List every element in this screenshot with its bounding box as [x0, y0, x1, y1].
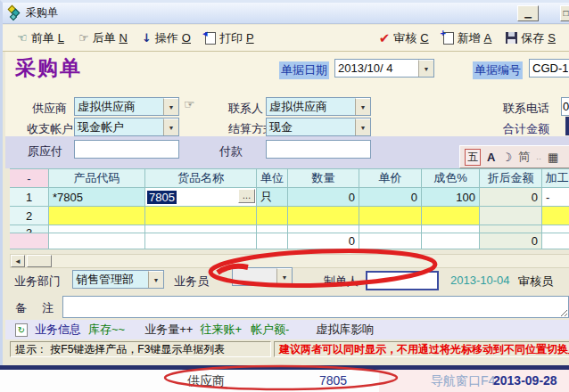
save-button[interactable]: 保存S — [506, 30, 556, 46]
row3-fee[interactable] — [542, 225, 569, 233]
contact-combo[interactable]: 虚拟供应商 ▼ — [266, 97, 371, 116]
maximize-button[interactable]: □ — [560, 5, 569, 21]
operate-button[interactable]: ↓ 操作O — [142, 30, 191, 46]
new-button[interactable]: + 新增A — [443, 30, 492, 46]
doc-number-label: 单据编号 — [473, 61, 523, 79]
orig-payable-input[interactable] — [74, 140, 179, 159]
col-header-amount[interactable]: 折后金额 — [480, 168, 542, 188]
dropdown-arrow-icon[interactable]: ▼ — [163, 118, 178, 135]
row1-code[interactable]: *7805 — [49, 188, 145, 207]
minimize-button[interactable]: ▁ — [517, 5, 539, 21]
row3-name[interactable] — [145, 225, 257, 233]
balance-link[interactable]: 帐户额- — [251, 322, 289, 338]
dropdown-arrow-icon[interactable]: ▼ — [163, 98, 178, 115]
dropdown-arrow-icon[interactable]: ▼ — [355, 118, 370, 135]
row3-code[interactable] — [49, 225, 145, 233]
row3-qty[interactable] — [288, 225, 359, 233]
dropdown-arrow-icon[interactable]: ▼ — [148, 271, 163, 288]
ime-mode-icon[interactable]: 五 — [465, 149, 481, 166]
business-info-link[interactable]: 业务信息 — [35, 322, 81, 338]
remark-input[interactable] — [62, 296, 569, 318]
doc-date-combo[interactable]: 2013/10/ 4 ▼ — [334, 59, 434, 78]
ime-toolbar: 五 A ☽ 简 ‥ ▦ — [459, 145, 569, 168]
col-header-purity[interactable]: 成色% — [422, 168, 480, 188]
remark-label2: 注 — [42, 300, 54, 316]
prev-doc-button[interactable]: ☜ 前单L — [17, 30, 64, 46]
ime-keyboard-icon[interactable]: ▦ — [548, 151, 558, 164]
payment-input[interactable] — [266, 140, 371, 159]
row3-purity[interactable] — [422, 225, 480, 233]
accounts-link[interactable]: 往来账+ — [200, 322, 242, 338]
orig-payable-label: 原应付 — [28, 143, 62, 159]
scroll-left-arrow-icon[interactable]: ◄ — [11, 255, 25, 267]
print-button[interactable]: ◂ 打印P — [205, 30, 254, 46]
table-row: 2 — [10, 207, 569, 225]
col-header-name[interactable]: 货品名称 — [145, 168, 257, 188]
volume-link[interactable]: 业务量++ — [144, 322, 193, 338]
row2-name[interactable] — [145, 207, 257, 225]
doc-number-input[interactable] — [529, 59, 569, 78]
clerk-combo[interactable]: ▼ — [232, 267, 293, 286]
ime-moon-icon[interactable]: ☽ — [501, 151, 512, 164]
row1-price[interactable]: 0 — [359, 188, 422, 207]
ime-dots-icon[interactable]: ‥ — [536, 152, 541, 161]
virtual-stock-link[interactable]: 虚拟库影响 — [316, 322, 374, 338]
row3-price[interactable] — [359, 225, 422, 233]
dept-combo[interactable]: 销售管理部 ▼ — [72, 270, 164, 289]
status-note: 建议两者可以同时显示，不用通过将光标移动到不同位置切换显示 — [274, 341, 569, 357]
totals-price — [359, 233, 422, 249]
row2-fee[interactable] — [542, 207, 569, 225]
nav-window-button[interactable]: 导航窗口F4 — [431, 373, 495, 389]
row2-code[interactable] — [49, 207, 145, 225]
row2-num[interactable]: 2 — [10, 207, 49, 225]
col-header-price[interactable]: 单价 — [359, 168, 422, 188]
new-doc-icon: + — [443, 32, 454, 45]
dropdown-arrow-icon[interactable]: ▼ — [418, 60, 433, 77]
col-header-fee[interactable]: 加工 — [542, 168, 569, 188]
hand-left-icon: ☜ — [17, 31, 28, 45]
row1-fee[interactable]: - — [542, 188, 569, 207]
supplier-combo[interactable]: 虚拟供应商 ▼ — [74, 97, 179, 116]
stock-link[interactable]: 库存~~ — [88, 322, 125, 338]
total-amount-label: 合计金额 — [503, 121, 549, 137]
settle-combo[interactable]: 现金 ▼ — [266, 118, 371, 136]
dropdown-arrow-icon[interactable]: ▼ — [276, 268, 292, 285]
phone-input[interactable] — [561, 97, 569, 116]
row2-amount[interactable] — [480, 207, 542, 225]
row1-unit[interactable]: 只 — [257, 188, 288, 207]
row1-purity[interactable]: 100 — [422, 188, 480, 207]
dropdown-arrow-icon[interactable]: ▼ — [355, 98, 370, 115]
supplier-lookup-icon[interactable]: ☞ — [184, 97, 195, 111]
col-header-qty[interactable]: 数量 — [288, 168, 359, 188]
row3-unit[interactable] — [257, 225, 288, 233]
toolbar: ☜ 前单L ☞ 后单N ↓ 操作O ◂ 打印P ✔ 审核C + 新增A — [3, 25, 569, 52]
next-doc-button[interactable]: ☞ 后单N — [78, 30, 128, 46]
row2-price[interactable] — [359, 207, 422, 225]
account-combo[interactable]: 现金帐户 ▼ — [74, 118, 179, 136]
col-header-code[interactable]: 产品代码 — [49, 168, 145, 188]
items-grid: - 产品代码 货品名称 单位 数量 单价 成色% 折后金额 加工 1 *7805… — [10, 168, 569, 249]
row1-qty[interactable]: 0 — [288, 188, 359, 207]
grid-hscrollbar[interactable]: ◄ — [10, 254, 569, 268]
audit-button[interactable]: ✔ 审核C — [379, 30, 429, 46]
row1-num[interactable]: 1 — [10, 188, 49, 207]
col-header-rownum[interactable]: - — [10, 168, 49, 188]
row2-qty[interactable] — [288, 207, 359, 225]
clerk-label: 业务员 — [174, 274, 209, 290]
ime-letter-icon[interactable]: A — [487, 151, 495, 164]
row1-name-editor[interactable]: 7805 … — [145, 188, 257, 207]
bottom-supplier-label: 供应商 — [187, 373, 225, 389]
ime-simplified-icon[interactable]: 简 — [518, 149, 530, 165]
row1-amount[interactable]: 0 — [480, 188, 542, 207]
doc-date-label: 单据日期 — [279, 61, 329, 79]
row3-num[interactable]: 3 — [10, 225, 49, 233]
refresh-icon[interactable]: ↻ — [15, 323, 28, 337]
maker-date: 2013-10-04 — [450, 274, 510, 287]
col-header-unit[interactable]: 单位 — [257, 168, 288, 188]
maker-input[interactable] — [366, 271, 439, 290]
row2-purity[interactable] — [422, 207, 480, 225]
row2-unit[interactable] — [257, 207, 288, 225]
scrollbar-thumb[interactable] — [27, 255, 52, 267]
lookup-ellipsis-button[interactable]: … — [238, 189, 255, 203]
row3-amount[interactable] — [480, 225, 542, 233]
